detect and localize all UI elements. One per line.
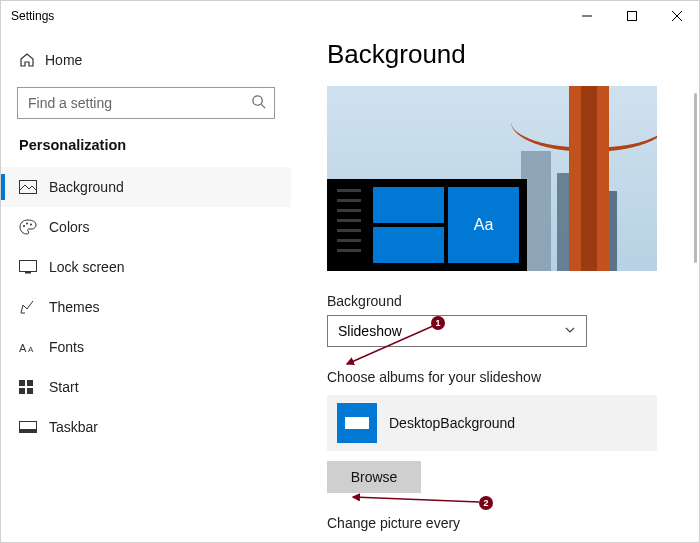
svg-point-4 xyxy=(26,223,28,225)
background-field-label: Background xyxy=(327,293,665,309)
picture-icon xyxy=(19,180,49,194)
browse-button[interactable]: Browse xyxy=(327,461,421,493)
svg-text:A: A xyxy=(28,345,34,354)
sidebar-item-taskbar[interactable]: Taskbar xyxy=(1,407,291,447)
folder-icon xyxy=(337,403,377,443)
sidebar-item-background[interactable]: Background xyxy=(1,167,291,207)
window-title: Settings xyxy=(11,9,54,23)
svg-point-5 xyxy=(30,224,32,226)
svg-point-1 xyxy=(253,96,262,105)
sidebar-item-label: Start xyxy=(49,379,79,395)
background-preview: Aa xyxy=(327,86,657,271)
minimize-button[interactable] xyxy=(564,1,609,31)
sidebar-item-label: Themes xyxy=(49,299,100,315)
titlebar: Settings xyxy=(1,1,699,31)
svg-rect-10 xyxy=(19,380,25,386)
svg-rect-6 xyxy=(20,261,37,272)
search-input[interactable]: Find a setting xyxy=(17,87,275,119)
lock-screen-icon xyxy=(19,260,49,274)
svg-line-17 xyxy=(353,497,479,502)
background-dropdown[interactable]: Slideshow xyxy=(327,315,587,347)
sidebar-nav: Background Colors Lock screen Themes xyxy=(1,167,291,447)
sidebar-item-label: Background xyxy=(49,179,124,195)
maximize-button[interactable] xyxy=(609,1,654,31)
scrollbar[interactable] xyxy=(694,93,697,263)
svg-point-3 xyxy=(23,225,25,227)
albums-label: Choose albums for your slideshow xyxy=(327,369,665,385)
sidebar-item-start[interactable]: Start xyxy=(1,367,291,407)
sidebar-item-fonts[interactable]: AA Fonts xyxy=(1,327,291,367)
palette-icon xyxy=(19,219,49,235)
svg-rect-2 xyxy=(20,181,37,194)
svg-rect-7 xyxy=(25,272,31,274)
sidebar-item-lockscreen[interactable]: Lock screen xyxy=(1,247,291,287)
annotation-marker-2: 2 xyxy=(479,496,493,510)
search-icon xyxy=(251,94,266,112)
chevron-down-icon xyxy=(564,323,576,339)
main-panel: Background Aa Background Slideshow xyxy=(291,31,699,542)
background-dropdown-value: Slideshow xyxy=(338,323,564,339)
svg-text:A: A xyxy=(19,342,27,354)
album-item[interactable]: DesktopBackground xyxy=(327,395,657,451)
home-nav[interactable]: Home xyxy=(1,41,291,79)
taskbar-icon xyxy=(19,421,49,433)
search-placeholder: Find a setting xyxy=(28,95,251,111)
sidebar-section-title: Personalization xyxy=(1,131,291,167)
sidebar: Home Find a setting Personalization Back… xyxy=(1,31,291,542)
svg-rect-15 xyxy=(20,429,36,432)
sidebar-item-colors[interactable]: Colors xyxy=(1,207,291,247)
sidebar-item-label: Lock screen xyxy=(49,259,124,275)
sidebar-item-label: Fonts xyxy=(49,339,84,355)
svg-rect-13 xyxy=(27,388,33,394)
home-icon xyxy=(19,52,45,68)
svg-rect-0 xyxy=(627,12,636,21)
home-label: Home xyxy=(45,52,82,68)
annotation-arrow-2 xyxy=(349,491,483,507)
themes-icon xyxy=(19,299,49,315)
svg-rect-12 xyxy=(19,388,25,394)
browse-label: Browse xyxy=(351,469,398,485)
change-every-label: Change picture every xyxy=(327,515,665,531)
close-button[interactable] xyxy=(654,1,699,31)
sidebar-item-label: Taskbar xyxy=(49,419,98,435)
album-name: DesktopBackground xyxy=(389,415,515,431)
page-title: Background xyxy=(327,39,665,70)
sidebar-item-label: Colors xyxy=(49,219,89,235)
sidebar-item-themes[interactable]: Themes xyxy=(1,287,291,327)
start-icon xyxy=(19,380,49,394)
svg-rect-11 xyxy=(27,380,33,386)
preview-tile-text: Aa xyxy=(448,187,519,263)
fonts-icon: AA xyxy=(19,340,49,354)
